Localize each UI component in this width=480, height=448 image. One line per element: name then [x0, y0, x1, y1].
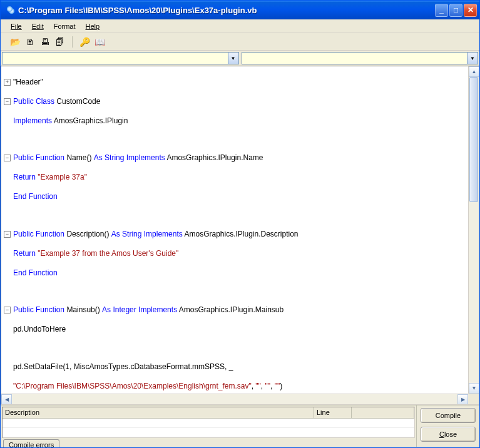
new-icon: 🗎 — [26, 37, 34, 47]
close-icon: ✕ — [467, 6, 474, 14]
code-text: AmosGraphics.IPlugin — [52, 116, 128, 126]
compile-label: Compile — [436, 412, 461, 419]
code-text: As String Implements — [111, 230, 183, 240]
print-icon: 🖶 — [41, 37, 49, 47]
new-button[interactable]: 🗎 — [24, 36, 36, 48]
fold-toggle[interactable]: − — [4, 155, 11, 161]
menu-help[interactable]: Help — [81, 21, 105, 31]
code-text: Mainsub() — [64, 305, 102, 315]
code-text: "C:\Program Files\IBM\SPSS\Amos\20\Examp… — [13, 382, 252, 392]
bottom-panel: Description Line Compile errors Compile … — [1, 405, 479, 447]
column-blank[interactable] — [352, 407, 414, 418]
scope-dropdown[interactable]: ▼ — [2, 52, 239, 64]
code-text: "Example 37 from the Amos User's Guide" — [38, 249, 178, 259]
code-content[interactable]: +"Header" −Public Class CustomCode Imple… — [1, 66, 468, 394]
tab-compile-errors[interactable]: Compile errors — [3, 439, 59, 448]
toolbar-separator — [72, 36, 73, 48]
fold-toggle[interactable]: − — [4, 307, 11, 313]
copy-icon: 🗐 — [56, 37, 64, 47]
maximize-button[interactable]: □ — [449, 4, 462, 17]
close-panel-button[interactable]: Close — [421, 427, 476, 442]
code-text: Name() — [64, 153, 94, 163]
vertical-scrollbar[interactable]: ▲ ▼ — [468, 66, 479, 394]
code-text: Public Function — [13, 153, 64, 163]
minimize-icon: _ — [439, 6, 444, 14]
scroll-up-button[interactable]: ▲ — [469, 66, 479, 77]
window-title: C:\Program Files\IBM\SPSS\Amos\20\Plugin… — [18, 6, 435, 15]
column-description[interactable]: Description — [3, 407, 314, 418]
close-button[interactable]: ✕ — [464, 4, 477, 17]
menu-file[interactable]: File — [6, 21, 27, 31]
code-text: As Integer Implements — [102, 305, 177, 315]
scroll-right-button[interactable]: ▶ — [457, 394, 468, 405]
code-text: ) — [280, 382, 282, 392]
code-text: "" — [275, 382, 280, 392]
menu-file-label: File — [11, 23, 22, 30]
titlebar: C:\Program Files\IBM\SPSS\Amos\20\Plugin… — [1, 1, 479, 19]
code-text: pd.UndoToHere — [13, 325, 66, 335]
code-text: , — [270, 382, 275, 392]
code-text: Description() — [64, 230, 111, 240]
code-text: AmosGraphics.IPlugin.Description — [183, 230, 299, 240]
horizontal-scrollbar[interactable]: ◀ ▶ — [1, 394, 468, 404]
code-text: End Function — [13, 268, 58, 278]
errors-grid[interactable]: Description Line — [2, 407, 415, 438]
menu-format[interactable]: Format — [49, 21, 81, 31]
maximize-icon: □ — [454, 6, 458, 14]
code-text: As String Implements — [94, 153, 165, 163]
scroll-down-button[interactable]: ▼ — [469, 383, 479, 394]
scroll-track[interactable] — [469, 77, 479, 383]
fold-toggle[interactable]: − — [4, 98, 11, 105]
toolbar: 📂 🗎 🖶 🗐 🔑 📖 — [1, 33, 479, 51]
menubar: File Edit Format Help — [1, 19, 479, 33]
grid-header: Description Line — [3, 407, 414, 419]
code-text: "" — [265, 382, 271, 392]
compile-button[interactable]: Compile — [421, 408, 476, 423]
code-text: AmosGraphics.IPlugin.Name — [165, 153, 263, 163]
code-editor[interactable]: +"Header" −Public Class CustomCode Imple… — [1, 66, 479, 405]
minimize-button[interactable]: _ — [435, 4, 448, 17]
code-text: Public Class — [13, 97, 54, 107]
grid-row — [3, 419, 414, 428]
scroll-left-button[interactable]: ◀ — [1, 394, 12, 405]
code-text: Public Function — [13, 305, 64, 315]
key-icon: 🔑 — [79, 37, 90, 47]
chevron-down-icon: ▼ — [228, 53, 238, 64]
column-line[interactable]: Line — [314, 407, 352, 418]
scroll-track[interactable] — [12, 394, 457, 404]
scroll-thumb[interactable] — [469, 77, 478, 202]
open-button[interactable]: 📂 — [9, 36, 21, 48]
print-button[interactable]: 🖶 — [39, 36, 51, 48]
fold-toggle[interactable]: + — [4, 79, 11, 86]
copy-button[interactable]: 🗐 — [54, 36, 66, 48]
menu-edit[interactable]: Edit — [27, 21, 49, 31]
chevron-down-icon: ▼ — [467, 53, 477, 64]
code-text: "Example 37a" — [38, 173, 87, 183]
book-icon: 📖 — [94, 37, 105, 47]
code-text: End Function — [13, 192, 58, 202]
grid-row — [3, 428, 414, 437]
reference-button[interactable]: 📖 — [94, 36, 105, 48]
menu-format-label: Format — [54, 23, 76, 30]
app-icon — [6, 5, 16, 15]
build-button[interactable]: 🔑 — [79, 36, 90, 48]
code-text: Return — [13, 249, 38, 259]
code-text: , — [261, 382, 265, 392]
code-text: , — [252, 382, 256, 392]
code-text: "Header" — [13, 78, 43, 88]
navigation-bar: ▼ ▼ — [1, 51, 479, 66]
scroll-corner — [468, 394, 479, 404]
code-text: AmosGraphics.IPlugin.Mainsub — [177, 305, 283, 315]
menu-help-label: Help — [86, 23, 100, 30]
code-text: Implements — [13, 116, 52, 126]
code-text: pd.SetDataFile(1, MiscAmosTypes.cDatabas… — [13, 362, 233, 372]
code-text: Return — [13, 173, 38, 183]
code-text: Public Function — [13, 230, 64, 240]
open-icon: 📂 — [10, 37, 21, 47]
code-text: "" — [255, 382, 261, 392]
fold-toggle[interactable]: − — [4, 231, 11, 238]
code-text: CustomCode — [54, 97, 100, 107]
menu-edit-label: Edit — [32, 23, 44, 30]
member-dropdown[interactable]: ▼ — [242, 52, 479, 64]
